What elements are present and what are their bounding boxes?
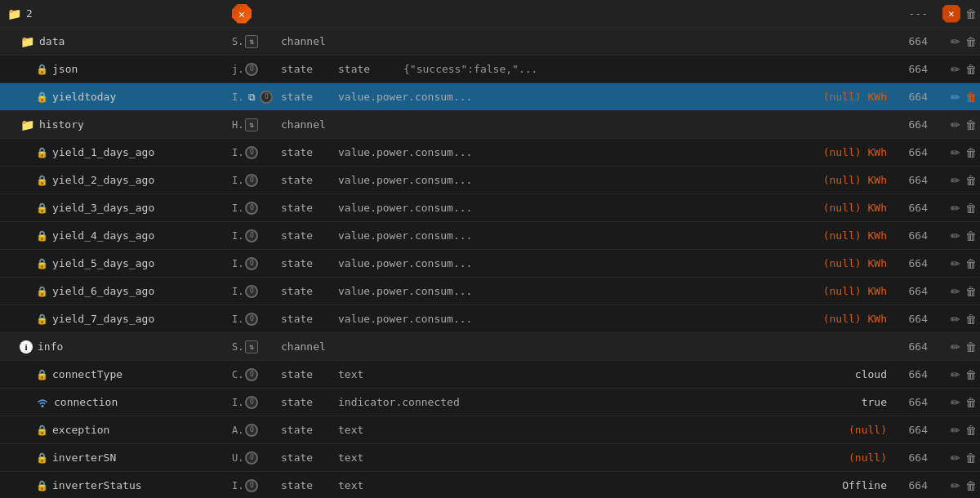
name-cell: 🔒yield_3_days_ago: [3, 202, 232, 214]
edit-button[interactable]: ✏: [951, 451, 960, 465]
type-cell: channel: [281, 340, 338, 353]
delete-button[interactable]: 🗑: [965, 313, 977, 326]
name-cell: 🔒yield_1_days_ago: [3, 146, 232, 158]
value-cell: {"success":false,"...: [403, 63, 756, 75]
lock-icon: 🔒: [36, 64, 47, 75]
edit-button[interactable]: ✏: [951, 285, 960, 298]
actions-cell: ✏🗑: [928, 118, 977, 131]
type-letter: I.: [232, 258, 243, 269]
edit-button[interactable]: ✏: [951, 146, 960, 159]
delete-button[interactable]: 🗑: [965, 202, 977, 215]
role-cell: value.power.consum...: [338, 174, 403, 186]
current-value-cell: Offline: [756, 479, 887, 491]
item-name-label: yield_1_days_ago: [52, 146, 154, 158]
delete-button[interactable]: 🗑: [965, 174, 977, 187]
list-item[interactable]: 🔒yield_2_days_agoI.Ostatevalue.power.con…: [0, 167, 980, 194]
wifi-icon: [36, 398, 49, 407]
delete-button[interactable]: 🗑: [965, 146, 977, 159]
delete-button[interactable]: 🗑: [965, 479, 977, 492]
edit-button[interactable]: ✏: [951, 368, 960, 381]
name-cell: 🔒inverterStatus: [3, 479, 232, 491]
current-value-cell: (null) KWh: [756, 257, 887, 269]
delete-button[interactable]: 🗑: [965, 257, 977, 270]
list-item[interactable]: 🔒yieldtodayI.⧉Ostatevalue.power.consum..…: [0, 83, 980, 111]
edit-button[interactable]: ✏: [951, 63, 960, 76]
delete-button[interactable]: 🗑: [965, 396, 977, 409]
list-item[interactable]: 📁2✕---✕🗑: [0, 0, 980, 28]
list-item[interactable]: 🔒inverterSNU.Ostatetext(null)664✏🗑: [0, 444, 980, 472]
lock-icon: 🔒: [36, 452, 47, 464]
edit-button[interactable]: ✏: [951, 118, 960, 131]
edit-button[interactable]: ✏: [951, 229, 960, 242]
num-cell: 664: [887, 424, 928, 436]
delete-button[interactable]: 🗑: [965, 91, 977, 104]
role-cell: value.power.consum...: [338, 202, 403, 214]
list-item[interactable]: 📁historyH.⇅channel664✏🗑: [0, 111, 980, 139]
type-cell: channel: [281, 35, 338, 47]
current-value-cell: (null) KWh: [756, 229, 887, 242]
role-cell: indicator.connected: [338, 396, 403, 408]
name-cell: iinfo: [3, 340, 232, 353]
list-item[interactable]: 🔒yield_5_days_agoI.Ostatevalue.power.con…: [0, 250, 980, 278]
name-cell: 🔒yield_5_days_ago: [3, 257, 232, 269]
delete-button[interactable]: 🗑: [965, 63, 977, 76]
delete-button[interactable]: 🗑: [965, 340, 977, 353]
list-item[interactable]: 🔒exceptionA.Ostatetext(null)664✏🗑: [0, 416, 980, 444]
list-item[interactable]: 🔒yield_1_days_agoI.Ostatevalue.power.con…: [0, 139, 980, 167]
lock-icon: 🔒: [36, 91, 47, 103]
list-item[interactable]: 🔒connectTypeC.Ostatetextcloud664✏🗑: [0, 361, 980, 389]
actions-cell: ✏🗑: [928, 424, 977, 437]
list-item[interactable]: connectionI.Ostateindicator.connectedtru…: [0, 389, 980, 416]
edit-button[interactable]: ✏: [951, 35, 960, 48]
edit-button[interactable]: ✏: [951, 313, 960, 326]
id-cell: j.O: [232, 63, 281, 76]
delete-button[interactable]: 🗑: [965, 35, 977, 48]
actions-cell: ✏🗑: [928, 35, 977, 48]
list-item[interactable]: 🔒yield_7_days_agoI.Ostatevalue.power.con…: [0, 305, 980, 333]
type-cell: state: [281, 202, 338, 214]
delete-button[interactable]: 🗑: [965, 424, 977, 437]
type-cell: state: [281, 229, 338, 242]
num-cell: 664: [887, 396, 928, 408]
edit-button[interactable]: ✏: [951, 340, 960, 353]
circle-state-icon: O: [245, 285, 258, 298]
delete-button[interactable]: 🗑: [965, 7, 977, 20]
edit-button[interactable]: ✏: [951, 174, 960, 187]
item-name-label: yield_3_days_ago: [52, 202, 154, 214]
actions-cell: ✏🗑: [928, 257, 977, 270]
delete-button[interactable]: 🗑: [965, 451, 977, 465]
delete-button[interactable]: 🗑: [965, 118, 977, 131]
actions-cell: ✏🗑: [928, 340, 977, 353]
edit-button[interactable]: ✏: [951, 257, 960, 270]
edit-button[interactable]: ✏: [951, 424, 960, 437]
edit-button[interactable]: ✏: [951, 479, 960, 492]
type-letter: j.: [232, 64, 243, 75]
list-item[interactable]: 🔒yield_3_days_agoI.Ostatevalue.power.con…: [0, 194, 980, 222]
list-item[interactable]: 🔒inverterStatusI.OstatetextOffline664✏🗑: [0, 472, 980, 498]
delete-button[interactable]: 🗑: [965, 285, 977, 298]
type-letter: I.: [232, 230, 243, 242]
list-item[interactable]: iinfoS.⇅channel664✏🗑: [0, 333, 980, 361]
list-item[interactable]: 🔒yield_4_days_agoI.Ostatevalue.power.con…: [0, 222, 980, 250]
lock-icon: 🔒: [36, 369, 47, 380]
x-icon[interactable]: ✕: [942, 5, 960, 23]
type-cell: state: [281, 63, 338, 75]
num-cell: 664: [887, 35, 928, 47]
lock-icon: 🔒: [36, 286, 47, 297]
edit-button[interactable]: ✏: [951, 202, 960, 215]
edit-button[interactable]: ✏: [951, 396, 960, 409]
edit-button[interactable]: ✏: [951, 91, 960, 104]
delete-button[interactable]: 🗑: [965, 368, 977, 381]
role-cell: text: [338, 368, 403, 380]
actions-cell: ✏🗑: [928, 91, 977, 104]
num-cell: 664: [887, 285, 928, 297]
circle-state-icon: O: [245, 146, 258, 159]
role-cell: value.power.consum...: [338, 257, 403, 269]
list-item[interactable]: 📁dataS.⇅channel664✏🗑: [0, 28, 980, 56]
circle-state-icon: O: [245, 63, 258, 76]
delete-button[interactable]: 🗑: [965, 229, 977, 242]
type-cell: state: [281, 479, 338, 491]
actions-cell: ✏🗑: [928, 451, 977, 465]
list-item[interactable]: 🔒jsonj.Ostatestate{"success":false,"...6…: [0, 56, 980, 83]
list-item[interactable]: 🔒yield_6_days_agoI.Ostatevalue.power.con…: [0, 278, 980, 305]
